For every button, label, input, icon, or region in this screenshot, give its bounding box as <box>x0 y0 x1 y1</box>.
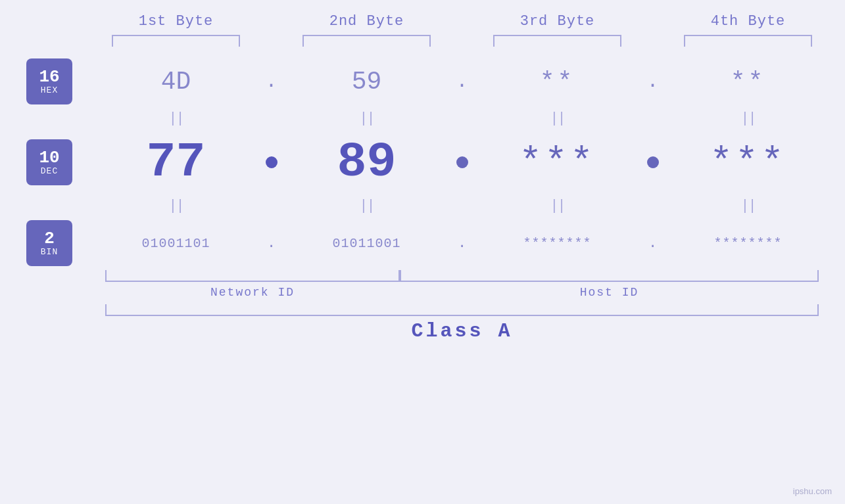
byte4-header: 4th Byte <box>684 13 812 30</box>
host-id-bottom-bracket <box>400 270 819 282</box>
bin-byte2: 01011001 <box>302 236 431 251</box>
network-id-label: Network ID <box>210 286 295 299</box>
hex-dot2: . <box>444 70 480 93</box>
class-bottom-bracket <box>105 304 819 316</box>
bin-dot3: . <box>635 235 671 252</box>
watermark: ipshu.com <box>793 486 832 496</box>
byte2-top-bracket <box>302 35 431 47</box>
sep1-byte1: || <box>112 110 240 127</box>
dot-spacer1 <box>253 13 289 30</box>
bin-byte3: ******** <box>493 236 621 251</box>
dot-spacer2 <box>444 13 480 30</box>
hex-dot3: . <box>635 70 671 93</box>
byte3-top-bracket <box>493 35 621 47</box>
dec-badge: 10 DEC <box>26 139 72 185</box>
network-id-bottom-bracket <box>105 270 400 282</box>
host-id-label: Host ID <box>580 286 639 299</box>
hex-badge: 16 HEX <box>26 58 72 104</box>
hex-byte2: 59 <box>302 68 431 96</box>
sep1-byte2: || <box>302 110 431 127</box>
sep2-byte3: || <box>493 198 621 214</box>
dec-byte3: *** <box>493 141 621 184</box>
hex-byte3: ** <box>493 68 621 96</box>
byte1-header: 1st Byte <box>112 13 240 30</box>
sep2-byte1: || <box>112 198 240 214</box>
byte3-header: 3rd Byte <box>493 13 621 30</box>
byte4-top-bracket <box>684 35 812 47</box>
bin-badge: 2 BIN <box>26 220 72 266</box>
class-label: Class A <box>411 320 512 342</box>
dec-dot1 <box>253 156 289 168</box>
sep1-byte4: || <box>684 110 812 127</box>
hex-byte4: ** <box>684 68 812 96</box>
byte2-header: 2nd Byte <box>302 13 431 30</box>
byte1-top-bracket <box>112 35 240 47</box>
sep2-byte4: || <box>684 198 812 214</box>
dec-byte1: 77 <box>112 135 240 191</box>
dec-dot3 <box>635 156 671 168</box>
sep2-byte2: || <box>302 198 431 214</box>
sep1-byte3: || <box>493 110 621 127</box>
dec-byte4: *** <box>684 141 812 184</box>
bin-dot2: . <box>444 235 480 252</box>
dec-dot2 <box>444 156 480 168</box>
bin-byte1: 01001101 <box>112 236 240 251</box>
bin-byte4: ******** <box>684 236 812 251</box>
hex-dot1: . <box>253 70 289 93</box>
dec-byte2: 89 <box>302 135 431 191</box>
dot-spacer3 <box>635 13 671 30</box>
bin-dot1: . <box>253 235 289 252</box>
hex-byte1: 4D <box>112 68 240 96</box>
